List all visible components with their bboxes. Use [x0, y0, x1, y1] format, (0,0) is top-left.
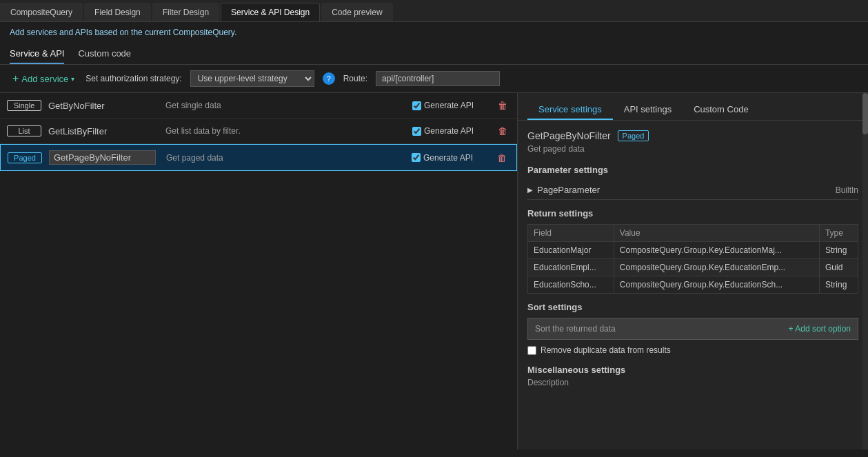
chevron-right-icon: ▶	[527, 186, 533, 194]
service-name-list: GetListByFilter	[48, 126, 159, 136]
return-settings-title: Return settings	[527, 208, 858, 219]
remove-duplicate-checkbox[interactable]	[527, 346, 536, 355]
right-tabs: Service settings API settings Custom Cod…	[518, 93, 868, 121]
help-button[interactable]: ?	[323, 72, 335, 85]
sub-tabs: Service & API Custom code	[0, 43, 868, 65]
tab-bar: CompositeQuery Field Design Filter Desig…	[0, 0, 868, 22]
table-row: EducationScho... CompositeQuery.Group.Ke…	[528, 276, 858, 294]
auth-label: Set authorization strategy:	[85, 74, 181, 83]
right-tab-api-settings[interactable]: API settings	[613, 100, 683, 120]
sort-box: Sort the returned data + Add sort option	[527, 318, 858, 340]
breadcrumb: Add services and APIs based on the curre…	[10, 28, 858, 37]
right-scrollbar[interactable]	[862, 93, 868, 449]
misc-settings-title: Miscellaneous settings	[527, 365, 858, 375]
add-service-button[interactable]: + Add service ▾	[10, 71, 77, 86]
route-input[interactable]	[376, 71, 500, 86]
col-field: Field	[528, 225, 614, 242]
param-row: ▶ PageParameter BuiltIn	[527, 181, 858, 200]
right-content: GetPageByNoFilter Paged Get paged data P…	[518, 121, 868, 397]
tab-composite-query[interactable]: CompositeQuery	[0, 3, 83, 21]
table-row: EducationEmpl... CompositeQuery.Group.Ke…	[528, 259, 858, 276]
description-label: Description	[527, 378, 858, 387]
sub-tab-service-api[interactable]: Service & API	[10, 45, 64, 64]
row2-type: Guid	[819, 259, 858, 276]
scrollbar-thumb	[862, 93, 868, 134]
service-desc-paged: Get paged data	[166, 153, 405, 163]
generate-api-checkbox-paged[interactable]	[412, 153, 421, 162]
right-service-title: GetPageByNoFilter	[527, 130, 611, 141]
remove-duplicate-row: Remove duplicate data from results	[527, 345, 858, 355]
tab-field-design[interactable]: Field Design	[84, 3, 151, 21]
generate-api-check-single[interactable]: Generate API	[412, 101, 488, 110]
toolbar: + Add service ▾ Set authorization strate…	[0, 65, 868, 93]
delete-list-button[interactable]: 🗑	[495, 124, 510, 138]
service-desc-single: Get single data	[165, 101, 405, 110]
row1-field: EducationMajor	[528, 242, 614, 259]
row1-type: String	[819, 242, 858, 259]
sort-settings-title: Sort settings	[527, 302, 858, 312]
row3-value: CompositeQuery.Group.Key.EducationSch...	[614, 276, 819, 294]
generate-api-checkbox-list[interactable]	[412, 127, 421, 136]
service-name-single: GetByNoFilter	[48, 101, 159, 111]
service-desc-list: Get list data by filter.	[165, 126, 405, 136]
service-row-single[interactable]: Single GetByNoFilter Get single data Gen…	[0, 93, 517, 119]
row2-value: CompositeQuery.Group.Key.EducationEmp...	[614, 259, 819, 276]
row3-type: String	[819, 276, 858, 294]
parameter-settings-title: Parameter settings	[527, 165, 858, 175]
tab-service-api-design[interactable]: Service & API Design	[221, 3, 320, 21]
service-row-list[interactable]: List GetListByFilter Get list data by fi…	[0, 119, 517, 144]
delete-paged-button[interactable]: 🗑	[494, 151, 509, 165]
row1-value: CompositeQuery.Group.Key.EducationMaj...	[614, 242, 819, 259]
sort-placeholder: Sort the returned data	[535, 324, 616, 334]
tab-filter-design[interactable]: Filter Design	[152, 3, 219, 21]
right-paged-badge: Paged	[618, 130, 649, 141]
generate-api-checkbox-single[interactable]	[412, 101, 421, 110]
chevron-down-icon: ▾	[71, 75, 74, 83]
generate-api-check-paged[interactable]: Generate API	[412, 153, 487, 163]
service-badge-single: Single	[7, 100, 41, 111]
plus-icon: +	[12, 72, 19, 85]
tab-code-preview[interactable]: Code preview	[321, 3, 392, 21]
add-sort-button[interactable]: + Add sort option	[789, 324, 851, 334]
service-name-paged	[49, 150, 159, 165]
generate-api-check-list[interactable]: Generate API	[412, 126, 488, 136]
main-content: Single GetByNoFilter Get single data Gen…	[0, 93, 868, 449]
col-type: Type	[819, 225, 858, 242]
table-row: EducationMajor CompositeQuery.Group.Key.…	[528, 242, 858, 259]
col-value: Value	[614, 225, 819, 242]
right-tab-custom-code[interactable]: Custom Code	[683, 100, 759, 120]
service-title-row: GetPageByNoFilter Paged	[527, 130, 858, 141]
sub-tab-custom-code[interactable]: Custom code	[78, 45, 131, 64]
service-badge-list: List	[7, 125, 41, 136]
right-panel: Service settings API settings Custom Cod…	[517, 93, 868, 449]
top-area: Add services and APIs based on the curre…	[0, 22, 868, 37]
route-label: Route:	[343, 74, 367, 83]
service-row-paged[interactable]: Paged Get paged data Generate API 🗑	[0, 144, 517, 171]
param-name: PageParameter	[537, 185, 600, 195]
auth-strategy-select[interactable]: Use upper-level strategy	[190, 70, 314, 87]
generate-api-label: Generate API	[424, 101, 474, 110]
service-name-paged-input[interactable]	[49, 150, 156, 165]
remove-duplicate-label: Remove duplicate data from results	[541, 345, 671, 355]
builtin-label: BuiltIn	[836, 185, 858, 195]
generate-api-label-paged: Generate API	[423, 153, 473, 163]
param-expand[interactable]: ▶ PageParameter	[527, 185, 600, 195]
row3-field: EducationScho...	[528, 276, 614, 294]
service-badge-paged: Paged	[8, 152, 42, 163]
right-service-subtitle: Get paged data	[527, 144, 858, 154]
right-tab-service-settings[interactable]: Service settings	[527, 100, 613, 120]
row2-field: EducationEmpl...	[528, 259, 614, 276]
generate-api-label-list: Generate API	[424, 126, 474, 136]
delete-single-button[interactable]: 🗑	[495, 99, 510, 112]
left-panel: Single GetByNoFilter Get single data Gen…	[0, 93, 517, 449]
add-service-label: Add service	[21, 74, 68, 84]
return-table: Field Value Type EducationMajor Composit…	[527, 224, 858, 294]
